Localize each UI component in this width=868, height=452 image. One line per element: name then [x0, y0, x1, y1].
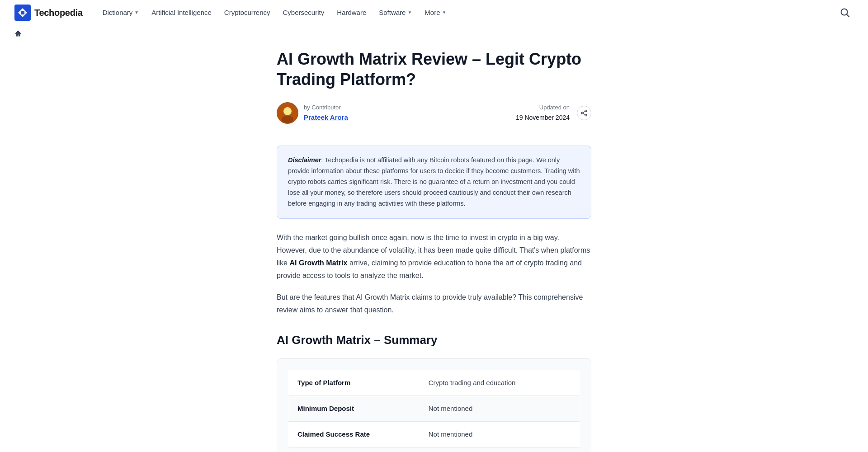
table-cell-value: Not mentioned [420, 422, 580, 447]
nav-item-dictionary[interactable]: Dictionary ▼ [97, 4, 145, 22]
disclaimer-label: Disclaimer [288, 156, 321, 164]
svg-rect-1 [21, 11, 24, 14]
search-button[interactable] [836, 4, 854, 21]
site-logo[interactable]: Techopedia [14, 5, 83, 21]
nav-item-ai[interactable]: Artificial Intelligence [146, 4, 217, 22]
logo-icon [14, 5, 31, 21]
updated-info: Updated on 19 November 2024 [516, 103, 570, 122]
home-breadcrumb[interactable] [14, 30, 22, 37]
svg-point-6 [282, 116, 293, 123]
chevron-down-icon: ▼ [134, 9, 139, 16]
table-cell-value: Crypto trading and education [420, 370, 580, 396]
home-icon [14, 30, 22, 37]
article-title: AI Growth Matrix Review – Legit Crypto T… [277, 49, 591, 89]
main-nav: Dictionary ▼ Artificial Intelligence Cry… [97, 4, 836, 22]
summary-table: Type of Platform Crypto trading and educ… [288, 370, 580, 452]
intro-paragraph-1: With the market going bullish once again… [277, 231, 591, 282]
table-cell-label: Claimed Success Rate [288, 422, 420, 447]
table-row: Type of Platform Crypto trading and educ… [288, 370, 580, 396]
article-content: AI Growth Matrix Review – Legit Crypto T… [262, 49, 606, 452]
table-cell-value: Bitcoin, Litecoin, Ethereum, and more [420, 447, 580, 452]
author-by-label: by Contributor [304, 103, 348, 113]
table-row: Claimed Success Rate Not mentioned [288, 422, 580, 447]
svg-line-10 [583, 113, 585, 115]
nav-item-more[interactable]: More ▼ [419, 4, 452, 22]
author-details: by Contributor Prateek Arora [304, 103, 348, 123]
breadcrumb [0, 25, 868, 42]
logo-text: Techopedia [34, 5, 83, 20]
chevron-down-icon-software: ▼ [407, 9, 412, 16]
author-name[interactable]: Prateek Arora [304, 112, 348, 123]
nav-item-cybersecurity[interactable]: Cybersecurity [278, 4, 330, 22]
table-row: Supported Cryptocurrencies Bitcoin, Lite… [288, 447, 580, 452]
table-cell-label: Minimum Deposit [288, 396, 420, 422]
author-info-right: Updated on 19 November 2024 [516, 103, 591, 122]
search-icon [840, 8, 850, 18]
table-cell-label: Type of Platform [288, 370, 420, 396]
svg-line-11 [583, 111, 585, 113]
avatar [277, 102, 298, 124]
updated-label: Updated on [516, 103, 570, 113]
table-row: Minimum Deposit Not mentioned [288, 396, 580, 422]
table-cell-value: Not mentioned [420, 396, 580, 422]
svg-point-5 [283, 107, 292, 115]
summary-section-title: AI Growth Matrix – Summary [277, 331, 591, 350]
disclaimer-box: Disclaimer: Techopedia is not affiliated… [277, 146, 591, 219]
nav-item-cryptocurrency[interactable]: Cryptocurrency [219, 4, 276, 22]
article-body: With the market going bullish once again… [277, 231, 591, 316]
nav-item-hardware[interactable]: Hardware [331, 4, 372, 22]
ai-growth-matrix-bold: AI Growth Matrix [289, 259, 347, 267]
author-info-left: by Contributor Prateek Arora [277, 102, 348, 124]
updated-date: 19 November 2024 [516, 113, 570, 122]
share-button[interactable] [577, 106, 591, 120]
table-cell-label: Supported Cryptocurrencies [288, 447, 420, 452]
disclaimer-text: : Techopedia is not affiliated with any … [288, 156, 580, 207]
chevron-down-icon-more: ▼ [442, 9, 447, 16]
svg-line-3 [847, 14, 849, 17]
nav-item-software[interactable]: Software ▼ [373, 4, 417, 22]
share-icon [580, 109, 588, 117]
author-row: by Contributor Prateek Arora Updated on … [277, 102, 591, 131]
summary-card: Type of Platform Crypto trading and educ… [277, 358, 591, 452]
intro-paragraph-2: But are the features that AI Growth Matr… [277, 291, 591, 316]
